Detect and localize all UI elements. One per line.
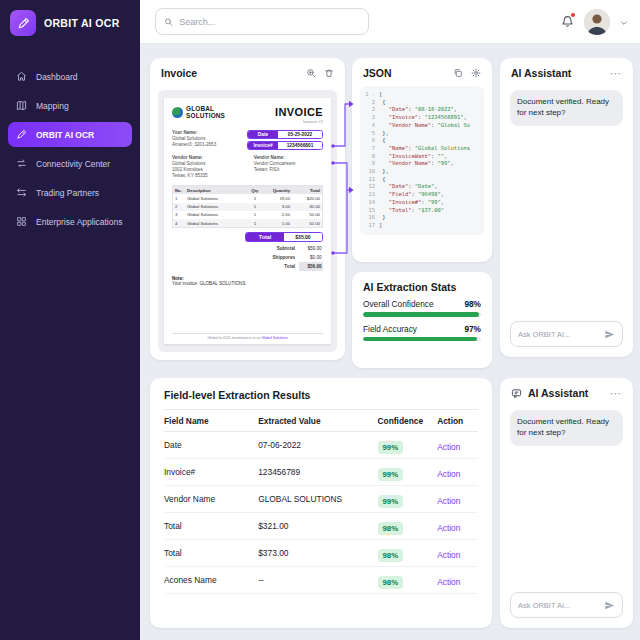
extracted-value-cell: 07-06-2022 <box>258 440 377 450</box>
json-card: JSON 1 -[2 {2 "Date": "08-18-2022",3 "In… <box>352 58 492 262</box>
json-code-block: 1 -[2 {2 "Date": "08-18-2022",3 "Invoice… <box>360 86 484 235</box>
chevron-down-icon[interactable] <box>620 13 628 31</box>
line-number: 8 <box>364 153 379 161</box>
line-number: 9 <box>364 160 379 168</box>
map-icon <box>16 100 28 111</box>
invoice-card-title: Invoice <box>161 67 197 79</box>
line-number: 15 <box>364 207 379 215</box>
app-logo: ORBIT AI OCR <box>0 0 140 46</box>
action-link[interactable]: Action <box>437 496 460 506</box>
ask-orbit-ai-input[interactable] <box>518 330 600 339</box>
results-table: Field NameExtracted ValueConfidenceActio… <box>164 409 478 594</box>
extracted-value-cell: GLOBAL SOLUTIONS <box>258 494 377 504</box>
column-header: Action <box>437 416 478 426</box>
extracted-value-cell: $321.00 <box>258 521 377 531</box>
invoice-column-header: Total <box>292 186 322 194</box>
action-link[interactable]: Action <box>437 550 460 560</box>
json-code-text: "Date": "Date", <box>379 183 437 191</box>
connect-icon <box>16 158 28 169</box>
progress-bar-fill <box>363 312 479 317</box>
json-code-line: 13 "Field": "96498", <box>364 191 480 199</box>
sidebar-item-label: Dashboard <box>36 72 78 82</box>
user-avatar[interactable] <box>584 9 610 35</box>
action-link[interactable]: Action <box>437 523 460 533</box>
send-button[interactable] <box>604 600 615 611</box>
ask-orbit-ai-input[interactable] <box>518 601 600 610</box>
json-code-line: 3 "Invoice": "1234568891", <box>364 114 480 122</box>
zoom-in-icon[interactable] <box>306 68 316 78</box>
invoice-cell: 2.00 <box>264 211 292 219</box>
summary-value: $56.00 <box>299 262 323 271</box>
assistant-message: Document verified. Ready for next step? <box>510 90 623 126</box>
sidebar-item-label: Mapping <box>36 101 69 111</box>
search-input[interactable] <box>179 17 360 27</box>
confidence-cell: 99% <box>378 463 438 481</box>
date-annotation-badge: Date 05-25-2022 <box>247 130 323 139</box>
globe-logo-icon <box>172 107 183 118</box>
line-number: 6 <box>364 137 379 145</box>
action-link[interactable]: Action <box>437 469 460 479</box>
summary-value: $59.00 <box>299 245 323 254</box>
invoice-cell: Global Solutions <box>185 194 246 202</box>
sidebar-item-connectivity-center[interactable]: Connectivity Center <box>8 151 132 176</box>
table-row: Invoice#12345678999%Action <box>164 459 478 486</box>
sidebar-item-dashboard[interactable]: Dashboard <box>8 64 132 89</box>
json-code-text: "Vendor Name": "Global So <box>379 122 470 130</box>
sidebar-item-orbit-ai-ocr[interactable]: ORBIT AI OCR <box>8 122 132 147</box>
more-menu-icon[interactable]: ⋯ <box>610 70 622 76</box>
confidence-cell: 98% <box>378 571 438 589</box>
topbar <box>140 0 640 44</box>
notification-dot <box>571 13 575 17</box>
json-code-line: 2 { <box>364 99 480 107</box>
json-code-text: }, <box>379 130 389 138</box>
json-code-line: 7 "Name": "Global Solutions <box>364 145 480 153</box>
invoice-cell: 2 <box>173 203 185 211</box>
action-link[interactable]: Action <box>437 442 460 452</box>
field-name-cell: Date <box>164 440 258 450</box>
home-icon <box>16 71 28 82</box>
sidebar-item-trading-partners[interactable]: Trading Partners <box>8 180 132 205</box>
json-code-text: "Vendor Name": "99", <box>379 160 454 168</box>
invoice-cell: 4 <box>173 219 185 227</box>
ai-assistant-card-top: AI Assistant ⋯ Document verified. Ready … <box>500 58 633 357</box>
json-code-text: "Name": "Global Solutions <box>379 145 470 153</box>
invoice-cell: $20.00 <box>292 194 322 202</box>
invoice-cell: 3 <box>173 211 185 219</box>
line-number: 17 <box>364 222 379 230</box>
sidebar-nav: DashboardMappingORBIT AI OCRConnectivity… <box>0 64 140 234</box>
summary-label: Subtotal <box>277 245 295 253</box>
sidebar-item-mapping[interactable]: Mapping <box>8 93 132 118</box>
swap-icon <box>16 187 28 198</box>
table-row: Date07-06-202299%Action <box>164 432 478 459</box>
copy-icon[interactable] <box>453 68 463 78</box>
action-cell: Action <box>437 517 478 535</box>
invoice-cell: 30.00 <box>292 203 322 211</box>
invoice-line-item: 3Global Solutions12.0050.00 <box>173 211 322 219</box>
stat-value: 97% <box>464 324 481 334</box>
invoice-note: Note: Your invoice: GLOBAL SOLUTIONS <box>172 276 323 286</box>
invoice-card: Invoice GLOBAL SOLUTIONS INVOI <box>150 58 345 360</box>
gear-icon[interactable] <box>471 68 481 78</box>
more-menu-icon[interactable]: ⋯ <box>610 390 622 396</box>
trash-icon[interactable] <box>324 68 334 78</box>
invoice-cell: 1.00 <box>264 219 292 227</box>
sidebar-item-enterprise-applications[interactable]: Enterprise Applications <box>8 209 132 234</box>
invoice-cell: 1 <box>246 211 264 219</box>
send-button[interactable] <box>604 329 615 340</box>
notifications-button[interactable] <box>561 15 574 28</box>
ai-extraction-stats-card: AI Extraction Stats Overall Confidence98… <box>352 272 492 368</box>
json-code-text: } <box>379 214 386 222</box>
progress-bar <box>363 312 481 317</box>
your-address: Amanen3: 3201-2653 <box>172 142 216 148</box>
vendor-block-1: Vendor Name: Global Solutions 1002 Komdo… <box>172 155 208 180</box>
confidence-cell: 99% <box>378 436 438 454</box>
sidebar: ORBIT AI OCR DashboardMappingORBIT AI OC… <box>0 0 140 640</box>
pen-icon <box>16 129 28 140</box>
results-card-title: Field-level Extraction Results <box>164 389 310 401</box>
pen-logo-icon <box>10 10 36 36</box>
action-link[interactable]: Action <box>437 577 460 587</box>
search-box[interactable] <box>155 8 369 35</box>
invoice-document: GLOBAL SOLUTIONS INVOICE Invoice #2 Your… <box>164 98 331 344</box>
summary-label: Shippores <box>273 254 295 262</box>
invoice-cell: 1 <box>246 194 264 202</box>
